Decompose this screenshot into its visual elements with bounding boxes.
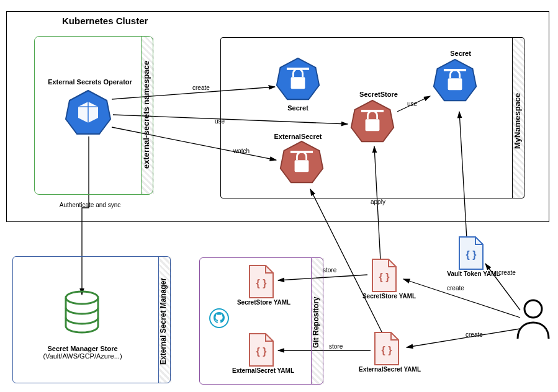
edge-label-store1: store: [323, 267, 336, 274]
user-externalsecret-yaml-label: ExternalSecret YAML: [353, 366, 427, 373]
git-externalsecret-yaml-icon: { }: [247, 332, 276, 367]
user-secretstore-yaml-label: SecretStore YAML: [355, 293, 423, 300]
kubernetes-cluster-title: Kubernetes Cluster: [62, 16, 148, 26]
esm-store-line2: (Vault/AWS/GCP/Azure...): [43, 352, 122, 360]
svg-rect-21: [444, 69, 466, 71]
secret-icon-2: [431, 57, 479, 104]
my-namespace-label: MyNamespace: [513, 74, 522, 167]
svg-rect-20: [448, 78, 462, 90]
secret-manager-db-icon: [63, 290, 101, 342]
git-secretstore-yaml-label: SecretStore YAML: [230, 299, 298, 306]
edge-label-store2: store: [329, 343, 343, 350]
user-icon: [515, 298, 551, 344]
svg-rect-23: [366, 119, 380, 131]
svg-text:{ }: { }: [379, 272, 390, 282]
vault-token-yaml-icon: { }: [457, 236, 485, 270]
svg-point-35: [524, 300, 542, 318]
svg-rect-26: [295, 160, 309, 172]
secret-label-2: Secret: [442, 50, 479, 57]
git-externalsecret-yaml-label: ExternalSecret YAML: [226, 367, 300, 374]
svg-rect-24: [361, 110, 384, 112]
eso-title: External Secrets Operator: [40, 78, 140, 86]
externalsecret-icon: [278, 139, 325, 186]
svg-rect-18: [287, 68, 309, 70]
git-repo-label: Git Repository: [312, 273, 320, 372]
svg-text:{ }: { }: [382, 345, 392, 355]
vault-token-yaml-label: Vault Token YAML: [439, 270, 508, 277]
secretstore-icon: [349, 98, 396, 145]
esm-store-label: Secret Manager Store (Vault/AWS/GCP/Azur…: [30, 345, 135, 360]
edge-label-create-ss: create: [447, 285, 464, 292]
svg-point-28: [66, 292, 98, 304]
svg-text:{ }: { }: [256, 346, 267, 357]
svg-rect-17: [291, 77, 305, 89]
esm-store-line1: Secret Manager Store: [47, 345, 117, 352]
svg-text:{ }: { }: [256, 278, 267, 288]
auth-sync-label: Authenticate and sync: [50, 202, 130, 208]
secretstore-label: SecretStore: [354, 91, 403, 98]
svg-rect-27: [290, 151, 313, 153]
externalsecret-label: ExternalSecret: [267, 133, 329, 140]
secret-icon-1: [274, 56, 322, 103]
user-externalsecret-yaml-icon: { }: [372, 331, 401, 366]
user-secretstore-yaml-icon: { }: [370, 258, 398, 293]
svg-point-29: [210, 309, 228, 327]
secret-label-1: Secret: [279, 104, 317, 112]
eso-namespace-label: external-secrets namespace: [142, 43, 151, 186]
github-icon: [209, 308, 230, 331]
svg-text:{ }: { }: [466, 249, 477, 260]
svg-line-11: [407, 329, 520, 347]
esm-container-label: External Secret Manager: [159, 264, 168, 378]
eso-operator-icon: [63, 88, 113, 138]
edge-label-create-es: create: [466, 331, 483, 338]
git-secretstore-yaml-icon: { }: [247, 264, 276, 299]
